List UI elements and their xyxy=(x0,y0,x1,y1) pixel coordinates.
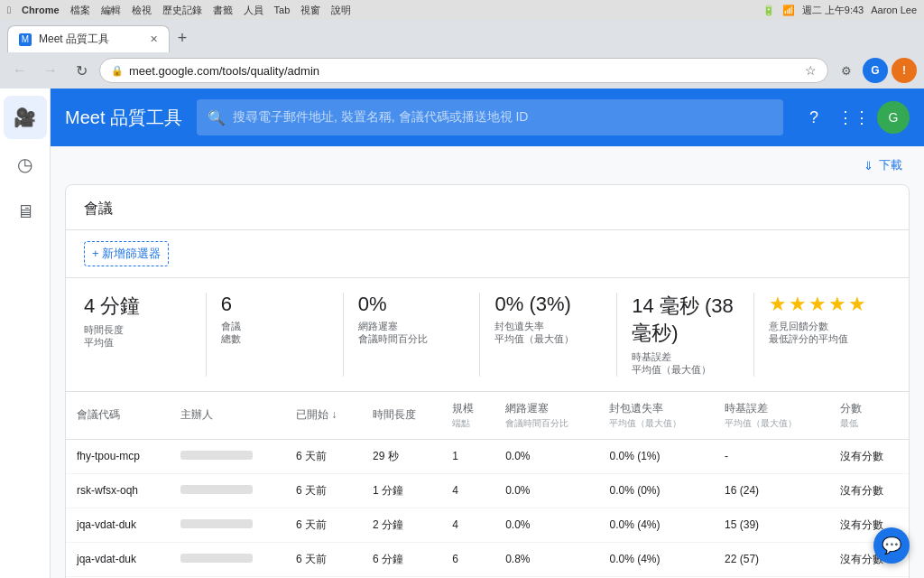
stat-feedback-label: 意見回饋分數最低評分的平均值 xyxy=(769,320,876,346)
app-sidebar: 🎥 ◷ 🖥 xyxy=(0,89,51,578)
menu-window[interactable]: 視窗 xyxy=(300,4,320,17)
tab-title: Meet 品質工具 xyxy=(39,32,109,47)
cell-host xyxy=(170,473,285,508)
user-avatar[interactable]: G xyxy=(877,101,910,134)
cell-scale: 4 xyxy=(441,508,494,542)
forward-button[interactable]: → xyxy=(38,58,63,83)
profile-button[interactable]: G xyxy=(863,58,888,83)
cell-started: 6 天前 xyxy=(285,439,362,473)
apple-icon[interactable]:  xyxy=(7,5,11,15)
menu-file[interactable]: 檔案 xyxy=(70,4,90,17)
stat-feedback-stars: ★★★★★ xyxy=(769,293,876,316)
th-started[interactable]: 已開始 ↓ xyxy=(285,392,362,440)
cell-duration: 6 分鐘 xyxy=(362,542,441,576)
apps-button[interactable]: ⋮⋮ xyxy=(837,101,870,134)
th-duration: 時間長度 xyxy=(362,392,441,440)
time-display: 週二 上午9:43 xyxy=(802,4,864,17)
download-icon: ⇓ xyxy=(864,159,873,172)
active-tab[interactable]: M Meet 品質工具 ✕ xyxy=(7,25,170,52)
os-menubar:  Chrome 檔案 編輯 檢視 歷史記錄 書籤 人員 Tab 視窗 說明 🔋… xyxy=(0,0,924,20)
cell-meeting-id: rsk-wfsx-oqh xyxy=(66,473,170,508)
stat-packet-loss: 0% (3%) 封包遺失率平均值（最大值） xyxy=(480,293,617,377)
chat-bubble-button[interactable]: 💬 xyxy=(873,527,910,564)
stat-jitter-value: 0% xyxy=(358,293,466,316)
search-icon: 🔍 xyxy=(208,109,226,126)
card-title: 會議 xyxy=(84,200,113,216)
cell-scale: 6 xyxy=(441,542,494,576)
menu-people[interactable]: 人員 xyxy=(244,4,263,17)
cell-score: 沒有分數 xyxy=(829,473,909,508)
stat-duration-value: 4 分鐘 xyxy=(84,293,191,320)
stat-duration-label: 時間長度平均值 xyxy=(84,323,191,350)
content-area: ⇓ 下載 會議 + 新增篩選器 4 分鐘 時間長度平均值 xyxy=(51,146,924,578)
cell-latency: 15 (39) xyxy=(714,508,829,542)
new-tab-button[interactable]: + xyxy=(170,25,195,51)
app-title: Meet 品質工具 xyxy=(65,106,182,130)
add-filter-label: + 新增篩選器 xyxy=(92,246,161,262)
search-box[interactable]: 🔍 搜尋電子郵件地址, 裝置名稱, 會議代碼或播送地視 ID xyxy=(197,99,783,135)
stat-jitter-label: 網路遲塞會議時間百分比 xyxy=(358,320,466,346)
search-placeholder: 搜尋電子郵件地址, 裝置名稱, 會議代碼或播送地視 ID xyxy=(233,109,528,126)
sidebar-item-history[interactable]: ◷ xyxy=(4,143,47,186)
download-button[interactable]: ⇓ 下載 xyxy=(856,154,910,177)
app-container: Meet 品質工具 🔍 搜尋電子郵件地址, 裝置名稱, 會議代碼或播送地視 ID… xyxy=(51,89,924,578)
back-button[interactable]: ← xyxy=(7,58,32,83)
cell-duration: 1 分鐘 xyxy=(362,473,441,508)
th-host: 主辦人 xyxy=(170,392,285,440)
table-row[interactable]: fhy-tpou-mcp6 天前29 秒10.0%0.0% (1%)-沒有分數 xyxy=(66,439,909,473)
menu-history[interactable]: 歷史記錄 xyxy=(162,4,202,17)
cell-meeting-id: jqa-vdat-duk xyxy=(66,542,170,576)
cell-packet-loss: 0.0% (4%) xyxy=(598,508,714,542)
cell-started: 6 天前 xyxy=(285,508,362,542)
address-bar[interactable]: 🔒 meet.google.com/tools/quality/admin ☆ xyxy=(99,58,828,83)
th-packet-loss: 封包遺失率平均值（最大值） xyxy=(598,392,714,440)
stat-feedback: ★★★★★ 意見回饋分數最低評分的平均值 xyxy=(754,293,891,377)
table-row[interactable]: jqa-vdat-duk6 天前2 分鐘40.0%0.0% (4%)15 (39… xyxy=(66,508,909,542)
wifi-icon: 📶 xyxy=(782,5,795,16)
tab-close-button[interactable]: ✕ xyxy=(150,33,158,45)
cell-score: 沒有分數 xyxy=(829,439,909,473)
th-latency: 時基誤差平均值（最大值） xyxy=(714,392,829,440)
extensions-button[interactable]: ⚙ xyxy=(834,58,859,83)
ssl-lock-icon: 🔒 xyxy=(111,65,124,77)
filter-bar: + 新增篩選器 xyxy=(66,230,909,278)
menu-tab[interactable]: Tab xyxy=(274,5,291,15)
cell-packet-loss: 0.0% (0%) xyxy=(598,473,714,508)
stat-meetings: 6 會議總數 xyxy=(207,293,344,377)
main-card: 會議 + 新增篩選器 4 分鐘 時間長度平均值 6 會議總數 0% xyxy=(65,184,910,578)
stat-latency-value: 14 毫秒 (38 毫秒) xyxy=(632,293,739,347)
clock-icon: ◷ xyxy=(17,154,32,175)
stats-row: 4 分鐘 時間長度平均值 6 會議總數 0% 網路遲塞會議時間百分比 0% (3… xyxy=(66,278,909,392)
cell-meeting-id: jqa-vdat-duk xyxy=(66,508,170,542)
download-bar: ⇓ 下載 xyxy=(51,146,924,184)
app-name: Chrome xyxy=(22,5,60,15)
table-row[interactable]: jqa-vdat-duk6 天前6 分鐘60.8%0.0% (4%)22 (57… xyxy=(66,542,909,576)
menu-bookmarks[interactable]: 書籤 xyxy=(213,4,233,17)
menu-edit[interactable]: 編輯 xyxy=(101,4,121,17)
monitor-icon: 🖥 xyxy=(16,201,34,222)
cell-jitter: 0.8% xyxy=(494,542,598,576)
menu-view[interactable]: 檢視 xyxy=(132,4,152,17)
th-meeting-id: 會議代碼 xyxy=(66,392,170,440)
th-scale: 規模端點 xyxy=(441,392,494,440)
th-score: 分數最低 xyxy=(829,392,909,440)
tab-favicon: M xyxy=(19,33,32,46)
sidebar-item-video[interactable]: 🎥 xyxy=(4,96,47,139)
navigation-bar: ← → ↻ 🔒 meet.google.com/tools/quality/ad… xyxy=(0,52,924,89)
help-button[interactable]: ? xyxy=(798,101,830,134)
data-table: 會議代碼 主辦人 已開始 ↓ 時間長度 規模端點 網路遲塞會議時間百分比 封包遺… xyxy=(66,392,909,578)
cell-packet-loss: 0.0% (1%) xyxy=(598,439,714,473)
table-row[interactable]: rsk-wfsx-oqh6 天前1 分鐘40.0%0.0% (0%)16 (24… xyxy=(66,473,909,508)
card-header: 會議 xyxy=(66,185,909,230)
stat-packet-loss-label: 封包遺失率平均值（最大值） xyxy=(494,320,602,346)
stat-packet-loss-value: 0% (3%) xyxy=(494,293,602,316)
stat-latency-label: 時基誤差平均值（最大值） xyxy=(632,350,739,377)
bookmark-star-icon[interactable]: ☆ xyxy=(805,63,817,78)
add-filter-button[interactable]: + 新增篩選器 xyxy=(84,241,169,266)
video-camera-icon: 🎥 xyxy=(14,107,36,128)
profile-button-2[interactable]: ! xyxy=(892,58,917,83)
cell-jitter: 0.0% xyxy=(494,508,598,542)
menu-help[interactable]: 說明 xyxy=(331,4,351,17)
sidebar-item-monitor[interactable]: 🖥 xyxy=(4,190,47,233)
reload-button[interactable]: ↻ xyxy=(69,58,94,83)
